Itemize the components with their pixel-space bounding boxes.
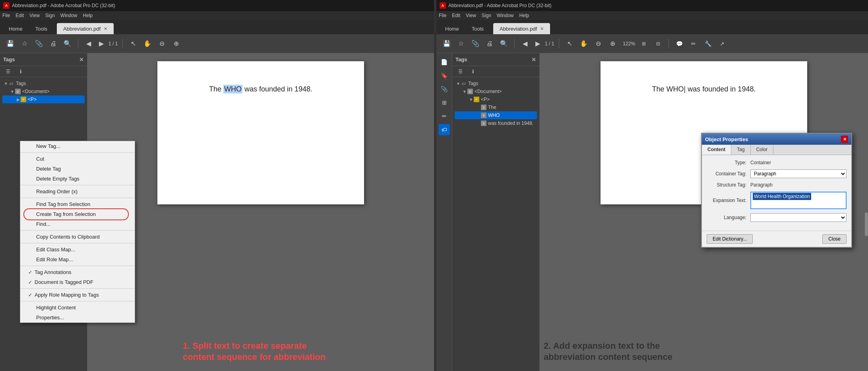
tab-close-right[interactable]: ✕ bbox=[540, 26, 544, 31]
menu-file-right[interactable]: File bbox=[439, 13, 446, 18]
attach-icon-left[interactable]: 📎 bbox=[33, 38, 45, 49]
tab-tools-left[interactable]: Tools bbox=[29, 23, 54, 34]
save-icon-right[interactable]: 💾 bbox=[441, 38, 452, 49]
save-icon-left[interactable]: 💾 bbox=[5, 38, 16, 49]
ctx-reading-order[interactable]: Reading Order (x) bbox=[20, 186, 135, 196]
tree-who-right[interactable]: S WHO bbox=[455, 111, 537, 119]
ctx-find[interactable]: Find... bbox=[20, 219, 135, 229]
sidebar-bookmarks-right[interactable]: 🔖 bbox=[439, 70, 450, 81]
dialog-container-tag-select[interactable]: Paragraph bbox=[750, 169, 847, 178]
ctx-tag-annotations-check: ✓ bbox=[28, 270, 32, 275]
edit-dictionary-btn[interactable]: Edit Dictionary... bbox=[707, 234, 753, 244]
tree-p-arrow-right: ▼ bbox=[469, 97, 473, 102]
zoom-out-btn-right[interactable]: ⊖ bbox=[593, 38, 604, 49]
print-icon-left[interactable]: 🖨 bbox=[48, 38, 59, 49]
dialog-tab-content[interactable]: Content bbox=[702, 145, 731, 155]
sidebar-layers-right[interactable]: ⊞ bbox=[439, 97, 450, 108]
dialog-close-x-btn[interactable]: ✕ bbox=[841, 136, 848, 143]
tree-tags-root-left[interactable]: ▼ 🏷 Tags bbox=[2, 80, 85, 87]
menu-edit-left[interactable]: Edit bbox=[15, 13, 24, 18]
menu-help-right[interactable]: Help bbox=[519, 13, 529, 18]
dialog-close-btn[interactable]: Close bbox=[822, 234, 847, 244]
zoom-out-icon-left[interactable]: 🔍 bbox=[62, 38, 73, 49]
sidebar-tags-right[interactable]: 🏷 bbox=[439, 124, 450, 135]
tags-info-icon-left[interactable]: ℹ bbox=[15, 66, 26, 77]
comment-icon-right[interactable]: 💬 bbox=[674, 38, 685, 49]
zoom-out-btn-left[interactable]: ⊖ bbox=[156, 38, 167, 49]
prev-page-right[interactable]: ◀ bbox=[519, 38, 531, 49]
ctx-doc-tagged[interactable]: ✓ Document is Tagged PDF bbox=[20, 277, 135, 287]
pdf-text-the-right: The WHO bbox=[652, 85, 684, 93]
cursor-icon-right[interactable]: ↖ bbox=[564, 38, 575, 49]
menu-file-left[interactable]: File bbox=[2, 13, 10, 18]
ctx-tag-annotations[interactable]: ✓ Tag Annotations bbox=[20, 267, 135, 277]
ctx-cut[interactable]: Cut bbox=[20, 154, 135, 164]
ctx-find-tag[interactable]: Find Tag from Selection bbox=[20, 199, 135, 209]
attach-icon-right[interactable]: 📎 bbox=[470, 38, 481, 49]
tree-was-label: was founded in 1948. bbox=[488, 120, 533, 126]
dialog-language-select[interactable] bbox=[750, 213, 847, 222]
menu-window-left[interactable]: Window bbox=[60, 13, 78, 18]
pen-icon-right[interactable]: ✏ bbox=[688, 38, 699, 49]
menu-sign-right[interactable]: Sign bbox=[482, 13, 491, 18]
fit-page-icon-right[interactable]: ⊞ bbox=[638, 38, 649, 49]
tree-arrow-doc-right: ▼ bbox=[463, 89, 467, 94]
tags-options-icon-right[interactable]: ☰ bbox=[455, 66, 466, 77]
dialog-tab-color[interactable]: Color bbox=[751, 145, 774, 155]
share-icon-right[interactable]: ↗ bbox=[717, 38, 728, 49]
menu-sign-left[interactable]: Sign bbox=[45, 13, 55, 18]
ctx-edit-role[interactable]: Edit Role Map... bbox=[20, 254, 135, 264]
ctx-delete-empty[interactable]: Delete Empty Tags bbox=[20, 174, 135, 184]
tree-was-founded-right[interactable]: S was founded in 1948. bbox=[455, 119, 537, 127]
prev-page-left[interactable]: ◀ bbox=[83, 38, 94, 49]
right-tags-close[interactable]: ✕ bbox=[531, 56, 536, 63]
print-icon-right[interactable]: 🖨 bbox=[484, 38, 495, 49]
ctx-copy-contents[interactable]: Copy Contents to Clipboard bbox=[20, 232, 135, 242]
menu-help-left[interactable]: Help bbox=[83, 13, 93, 18]
ctx-new-tag[interactable]: New Tag... bbox=[20, 141, 135, 151]
ctx-edit-class[interactable]: Edit Class Map... bbox=[20, 245, 135, 254]
zoom-out-icon-right[interactable]: 🔍 bbox=[498, 38, 510, 49]
menu-window-right[interactable]: Window bbox=[497, 13, 514, 18]
dialog-tab-tag[interactable]: Tag bbox=[731, 145, 750, 155]
right-scroll-grip[interactable] bbox=[865, 212, 868, 236]
tab-close-left[interactable]: ✕ bbox=[104, 26, 107, 31]
tree-doc-label-right: <Document> bbox=[475, 89, 502, 94]
more-tools-right[interactable]: ⊟ bbox=[653, 38, 664, 49]
sidebar-attach-right[interactable]: 📎 bbox=[439, 84, 450, 95]
hand-icon-right[interactable]: ✋ bbox=[578, 38, 589, 49]
ctx-properties[interactable]: Properties... bbox=[20, 313, 135, 322]
sidebar-edit-right[interactable]: ✏ bbox=[439, 111, 450, 122]
zoom-in-btn-right[interactable]: ⊕ bbox=[607, 38, 618, 49]
ctx-delete-tag[interactable]: Delete Tag bbox=[20, 164, 135, 174]
next-page-left[interactable]: ▶ bbox=[96, 38, 107, 49]
tree-the-right[interactable]: S The bbox=[455, 103, 537, 111]
star-icon-right[interactable]: ☆ bbox=[455, 38, 467, 49]
tree-tags-root-right[interactable]: ▼ 🏷 Tags bbox=[455, 80, 537, 87]
tab-file-left[interactable]: Abbreviation.pdf ✕ bbox=[57, 23, 114, 34]
star-icon-left[interactable]: ☆ bbox=[19, 38, 30, 49]
tree-document-right[interactable]: ▼ D <Document> bbox=[455, 87, 537, 95]
tab-home-left[interactable]: Home bbox=[2, 23, 29, 34]
zoom-in-btn-left[interactable]: ⊕ bbox=[170, 38, 182, 49]
tags-info-icon-right[interactable]: ℹ bbox=[467, 66, 479, 77]
tab-file-right[interactable]: Abbreviation.pdf ✕ bbox=[493, 23, 550, 34]
tree-document-left[interactable]: ▼ D <Document> bbox=[2, 87, 85, 95]
tags-options-icon-left[interactable]: ☰ bbox=[2, 66, 14, 77]
next-page-right[interactable]: ▶ bbox=[532, 38, 543, 49]
ctx-highlight[interactable]: Highlight Content bbox=[20, 303, 135, 313]
tree-p-right[interactable]: ▼ P <P> bbox=[455, 95, 537, 103]
cursor-icon-left[interactable]: ↖ bbox=[128, 38, 139, 49]
tab-home-right[interactable]: Home bbox=[439, 23, 465, 34]
sidebar-pages-right[interactable]: 📄 bbox=[439, 56, 450, 68]
left-tags-close[interactable]: ✕ bbox=[79, 56, 84, 63]
menu-view-left[interactable]: View bbox=[29, 13, 40, 18]
hand-icon-left[interactable]: ✋ bbox=[142, 38, 153, 49]
menu-edit-right[interactable]: Edit bbox=[452, 13, 460, 18]
ctx-create-tag[interactable]: Create Tag from Selection bbox=[20, 209, 135, 219]
ctx-apply-role[interactable]: ✓ Apply Role Mapping to Tags bbox=[20, 290, 135, 300]
menu-view-right[interactable]: View bbox=[466, 13, 476, 18]
tools2-icon-right[interactable]: 🔧 bbox=[702, 38, 713, 49]
tab-tools-right[interactable]: Tools bbox=[465, 23, 490, 34]
tree-p-left[interactable]: ▶ P <P> bbox=[2, 95, 85, 103]
